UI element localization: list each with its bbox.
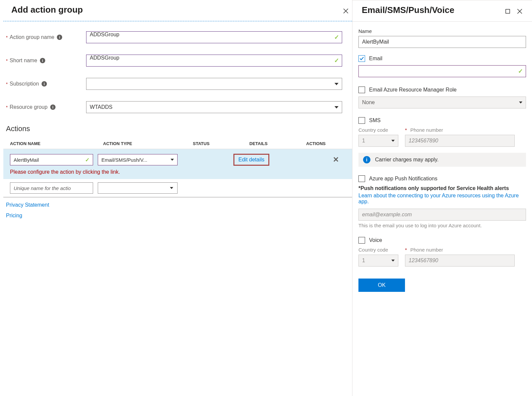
action-group-name-input[interactable]: ADDSGroup ✓ <box>86 31 342 43</box>
arm-role-checkbox[interactable] <box>358 87 365 93</box>
short-name-label: Short name i <box>10 58 86 64</box>
resource-group-select[interactable]: WTADDS <box>86 101 342 113</box>
sms-checkbox[interactable] <box>358 117 365 124</box>
remove-action-icon[interactable]: ✕ <box>333 155 339 164</box>
voice-country-code-select[interactable]: 1 <box>358 255 398 267</box>
table-row: AlertByMail ✓ Email/SMS/Push/V... Edit d… <box>3 149 352 179</box>
chevron-down-icon <box>391 260 395 262</box>
required-marker: * <box>6 105 8 110</box>
left-panel-title: Add action group <box>11 5 83 15</box>
configure-error-text: Please configure the action by clicking … <box>10 169 345 175</box>
close-icon[interactable] <box>517 8 523 14</box>
email-checkbox-label: Email <box>369 56 382 62</box>
required-marker: * <box>6 82 8 87</box>
resource-group-label: Resource group i <box>10 104 86 110</box>
voice-phone-input[interactable]: 1234567890 <box>405 255 515 267</box>
phone-number-label: * Phone number <box>405 247 515 253</box>
required-marker: * <box>6 35 8 40</box>
carrier-info-banner: i Carrier charges may apply. <box>358 153 526 167</box>
carrier-info-text: Carrier charges may apply. <box>375 157 439 163</box>
maximize-icon[interactable] <box>505 8 511 14</box>
sms-checkbox-label: SMS <box>369 117 381 123</box>
action-name-input[interactable]: AlertByMail ✓ <box>10 154 93 165</box>
col-action-name: ACTION NAME <box>10 141 103 146</box>
push-learn-link[interactable]: Learn about the connecting to your Azure… <box>358 193 526 205</box>
action-name-input[interactable]: Unique name for the actio <box>10 182 93 194</box>
subscription-label: Subscription i <box>10 81 86 87</box>
info-icon[interactable]: i <box>57 35 62 40</box>
validated-icon: ✓ <box>334 34 339 41</box>
chevron-down-icon <box>171 159 174 161</box>
name-input[interactable]: AlertByMail <box>358 36 526 48</box>
chevron-down-icon <box>334 83 338 85</box>
subscription-select[interactable] <box>86 78 342 90</box>
email-input[interactable]: ✓ <box>358 65 526 77</box>
actions-heading: Actions <box>6 124 352 133</box>
right-panel-header: Email/SMS/Push/Voice <box>358 4 526 19</box>
col-details: DETAILS <box>249 141 299 146</box>
left-panel-header: Add action group <box>3 3 352 18</box>
validated-icon: ✓ <box>334 57 339 64</box>
sms-phone-input[interactable]: 1234567890 <box>405 135 515 147</box>
required-marker: * <box>6 58 8 63</box>
action-group-name-label: Action group name i <box>10 34 86 40</box>
actions-table: ACTION NAME ACTION TYPE STATUS DETAILS A… <box>3 138 352 197</box>
phone-number-label: * Phone number <box>405 127 515 133</box>
add-action-group-panel: Add action group * Action group name i A… <box>0 0 352 396</box>
voice-checkbox[interactable] <box>358 237 365 244</box>
svg-rect-2 <box>506 9 510 13</box>
push-email-input[interactable]: email@example.com <box>358 209 526 221</box>
info-icon[interactable]: i <box>42 81 47 87</box>
name-label: Name <box>358 28 526 34</box>
close-icon[interactable] <box>343 8 349 14</box>
validated-icon: ✓ <box>85 157 89 163</box>
chevron-down-icon <box>334 106 338 108</box>
action-type-select[interactable]: Email/SMS/Push/V... <box>98 154 178 165</box>
col-action-type: ACTION TYPE <box>103 141 193 146</box>
ok-button[interactable]: OK <box>358 279 405 292</box>
action-type-select[interactable] <box>98 182 178 194</box>
edit-details-link[interactable]: Edit details <box>233 154 269 166</box>
info-icon[interactable]: i <box>40 58 45 63</box>
push-checkbox[interactable] <box>358 175 365 182</box>
arm-role-select[interactable]: None <box>358 97 526 108</box>
voice-checkbox-label: Voice <box>369 237 382 243</box>
right-panel-title: Email/SMS/Push/Voice <box>362 5 454 15</box>
chevron-down-icon <box>170 187 173 189</box>
short-name-input[interactable]: ADDSGroup ✓ <box>86 55 342 67</box>
sms-country-code-select[interactable]: 1 <box>358 135 398 147</box>
email-checkbox[interactable] <box>358 55 365 62</box>
country-code-label: Country code <box>358 247 398 253</box>
arm-role-checkbox-label: Email Azure Resource Manager Role <box>369 87 457 93</box>
info-icon: i <box>363 156 370 163</box>
info-icon[interactable]: i <box>50 104 56 110</box>
table-header: ACTION NAME ACTION TYPE STATUS DETAILS A… <box>3 138 352 149</box>
chevron-down-icon <box>519 101 522 103</box>
separator <box>3 21 352 21</box>
table-row: Unique name for the actio <box>3 179 352 197</box>
email-sms-push-voice-panel: Email/SMS/Push/Voice Name AlertByMail Em… <box>352 0 532 396</box>
chevron-down-icon <box>391 140 395 142</box>
separator <box>352 21 532 22</box>
pricing-link[interactable]: Pricing <box>6 213 352 219</box>
col-status: STATUS <box>193 141 249 146</box>
privacy-statement-link[interactable]: Privacy Statement <box>6 202 352 208</box>
push-note: *Push notifications only supported for S… <box>358 185 526 191</box>
col-actions: ACTIONS <box>299 141 332 146</box>
validated-icon: ✓ <box>518 68 523 75</box>
push-checkbox-label: Azure app Push Notifications <box>369 176 437 182</box>
push-helper-text: This is the email you use to log into yo… <box>358 223 526 228</box>
country-code-label: Country code <box>358 127 398 133</box>
